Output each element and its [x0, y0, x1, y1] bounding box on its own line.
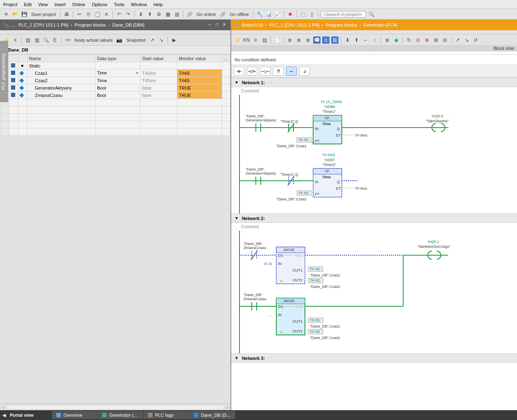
- save-icon[interactable]: 💾: [20, 11, 28, 18]
- crumb-fc[interactable]: Genetrator [FC4]: [363, 22, 397, 27]
- db-t5-icon[interactable]: 🔍: [42, 36, 50, 44]
- et22-icon[interactable]: ⊟: [441, 36, 449, 44]
- tab-overview[interactable]: Overview: [52, 411, 97, 419]
- table-row[interactable]: 4 GeneratorAktywny Bool false TRUE: [0, 84, 230, 92]
- maximize-icon[interactable]: □: [214, 22, 220, 28]
- et1-icon[interactable]: ⚡: [234, 36, 241, 44]
- db-t2-icon[interactable]: ≡: [11, 36, 19, 44]
- et6-icon[interactable]: ≣: [286, 36, 293, 44]
- tab-plc-tags[interactable]: PLC tags: [144, 411, 189, 419]
- et8-icon[interactable]: ≣: [304, 36, 312, 44]
- crumb-plc[interactable]: PLC_1 [CPU 1511-1 PN]: [18, 22, 68, 27]
- col-start[interactable]: Start value: [140, 55, 177, 62]
- et24-icon[interactable]: ↘: [463, 36, 470, 44]
- et15-icon[interactable]: ↕: [371, 36, 378, 44]
- et4-icon[interactable]: ▤: [261, 36, 268, 44]
- col-type[interactable]: Data type: [95, 55, 140, 62]
- crumb-blocks-r[interactable]: Program blocks: [326, 22, 357, 27]
- collapse-icon[interactable]: ▼: [235, 356, 239, 360]
- block-interface-strip[interactable]: Block inter: [231, 46, 517, 52]
- unlink-icon[interactable]: 🔗: [219, 11, 226, 18]
- tool-b-icon[interactable]: 📊: [265, 11, 272, 18]
- crumb-plc-r[interactable]: PLC_1 [CPU 1511-1 PN]: [269, 22, 319, 27]
- open-icon[interactable]: 📂: [11, 11, 19, 18]
- db-t8-icon[interactable]: ↘: [158, 36, 165, 44]
- crumb-ellipsis[interactable]: …: [11, 22, 16, 27]
- crumb-db[interactable]: Dane_DB [DB4]: [112, 22, 144, 27]
- col-more[interactable]: …: [222, 55, 230, 62]
- collapse-icon[interactable]: ▼: [235, 80, 239, 85]
- et19-icon[interactable]: ⊘: [414, 36, 422, 44]
- menu-edit[interactable]: Edit: [24, 2, 32, 7]
- menu-online[interactable]: Online: [72, 2, 85, 7]
- branch-close-icon[interactable]: ↲: [299, 67, 310, 76]
- coil-icon[interactable]: ─◯─: [260, 67, 271, 76]
- et12-icon[interactable]: ⬇: [344, 36, 351, 44]
- undo-icon[interactable]: ↶: [115, 11, 123, 18]
- tool-c-icon[interactable]: 📈: [274, 11, 281, 18]
- db-t9-icon[interactable]: ▶: [170, 36, 178, 44]
- split-v-icon[interactable]: ▯: [308, 11, 316, 18]
- close-x-icon[interactable]: ✖: [287, 11, 294, 18]
- back-icon[interactable]: ◀: [2, 413, 6, 418]
- collapse-icon[interactable]: ▼: [235, 216, 239, 220]
- contact-nc-icon[interactable]: ⊣/⊢: [247, 67, 257, 76]
- col-name[interactable]: Name: [27, 55, 95, 62]
- network-2-comment[interactable]: Comment: [231, 223, 517, 231]
- new-icon[interactable]: ✳: [2, 11, 10, 18]
- go-online-button[interactable]: Go online: [195, 12, 217, 17]
- branch-open-icon[interactable]: ↦: [286, 67, 297, 76]
- et14-icon[interactable]: ↔: [362, 36, 369, 44]
- upload-icon[interactable]: ⬆: [146, 11, 154, 18]
- cut-icon[interactable]: ✂: [76, 11, 83, 18]
- menu-view[interactable]: View: [38, 2, 48, 7]
- link-icon[interactable]: 🔗: [186, 11, 193, 18]
- search-go-icon[interactable]: 🔍: [368, 11, 375, 18]
- hmi-icon[interactable]: ▥: [173, 11, 181, 18]
- network-2-ladder[interactable]: "Dane_DB". ZmianaCzasu MOVE EN ENO IN OU…: [231, 231, 517, 353]
- row-static[interactable]: 1 ▼ Static: [0, 62, 230, 70]
- table-row[interactable]: 2 Czas1 Time ▾ T#0ms T#4S: [0, 70, 230, 77]
- menu-tools[interactable]: Tools: [114, 2, 124, 7]
- menu-window[interactable]: Window: [131, 2, 147, 7]
- contact-no-icon[interactable]: ⊣⊢: [234, 67, 244, 76]
- tab-dane-db[interactable]: Dane_DB (D…: [190, 411, 235, 419]
- redo-icon[interactable]: ↷: [124, 11, 132, 18]
- menu-options[interactable]: Options: [92, 2, 107, 7]
- save-project-button[interactable]: Save project: [29, 12, 58, 17]
- delete-icon[interactable]: ✕: [103, 11, 110, 18]
- plc-programming-tab[interactable]: PLC programming: [0, 41, 8, 102]
- minimize-icon[interactable]: –: [207, 22, 212, 28]
- paste-icon[interactable]: 📋: [94, 11, 101, 18]
- et25-icon[interactable]: ↺: [472, 36, 479, 44]
- et3-icon[interactable]: ≡: [252, 36, 259, 44]
- network-1-ladder[interactable]: "Dane_DB". GeneratorAktywny "Timer2".Q T…: [231, 95, 517, 213]
- snapshot-button[interactable]: Snapshot: [125, 38, 147, 43]
- close-pane-icon[interactable]: ✕: [221, 22, 227, 28]
- col-monitor[interactable]: Monitor value: [177, 55, 222, 62]
- go-offline-button[interactable]: Go offline: [228, 12, 251, 17]
- db-glasses-icon[interactable]: 👓: [64, 36, 71, 44]
- et20-icon[interactable]: ⊗: [423, 36, 431, 44]
- split-h-icon[interactable]: ⬚: [299, 11, 307, 18]
- et10-icon[interactable]: ±: [322, 36, 330, 44]
- et13-icon[interactable]: ⬆: [353, 36, 360, 44]
- et16-icon[interactable]: ≣: [384, 36, 391, 44]
- et21-icon[interactable]: ⊞: [432, 36, 440, 44]
- network-1-comment[interactable]: Comment: [231, 87, 517, 95]
- et9-icon[interactable]: 💬: [313, 36, 321, 44]
- menu-help[interactable]: Help: [154, 2, 163, 7]
- network-1-header[interactable]: ▼ Network 1:⋯: [231, 78, 517, 87]
- copy-icon[interactable]: ⎘: [85, 11, 92, 18]
- et17-icon[interactable]: ◉: [393, 36, 400, 44]
- crumb-proj[interactable]: ŚmieciV16: [242, 22, 263, 27]
- network-3-header[interactable]: ▼ Network 3:⋯: [231, 353, 517, 363]
- table-row[interactable]: 5 ZmianaCzasu Bool false TRUE: [0, 92, 230, 99]
- db-t6-icon[interactable]: E: [51, 36, 59, 44]
- db-snap-icon[interactable]: 📷: [116, 36, 123, 44]
- et11-icon[interactable]: ⊞: [331, 36, 339, 44]
- print-icon[interactable]: 🖶: [63, 11, 70, 18]
- sim-icon[interactable]: ▦: [164, 11, 172, 18]
- left-hscroll[interactable]: ‹›: [0, 404, 230, 410]
- db-t3-icon[interactable]: ▤: [24, 36, 32, 44]
